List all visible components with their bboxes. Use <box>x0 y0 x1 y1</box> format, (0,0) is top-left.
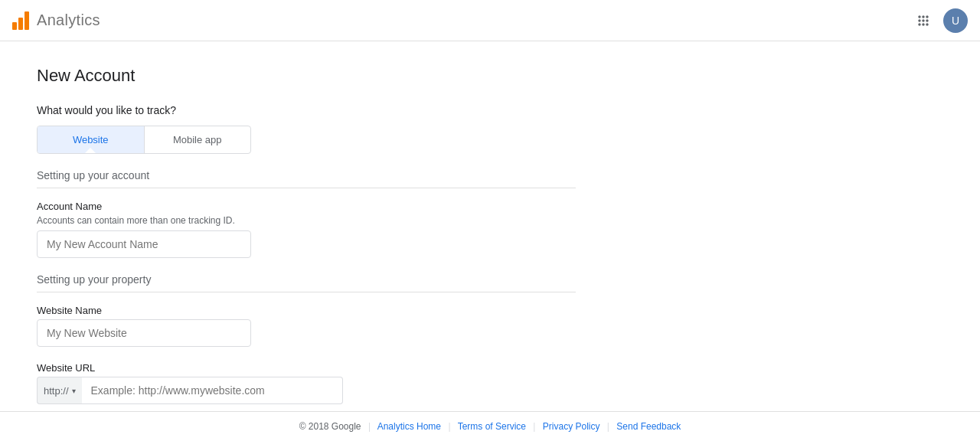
page-footer: © 2018 Google | Analytics Home | Terms o… <box>0 411 980 441</box>
analytics-logo <box>12 11 29 30</box>
website-url-label: Website URL <box>37 362 576 374</box>
tab-website[interactable]: Website <box>38 126 145 153</box>
url-prefix-arrow-icon: ▾ <box>72 387 76 395</box>
website-name-label: Website Name <box>37 305 576 316</box>
footer-link-terms-of-service[interactable]: Terms of Service <box>458 421 526 432</box>
url-prefix-button[interactable]: http:// ▾ <box>37 377 82 404</box>
tab-indicator <box>84 148 96 154</box>
account-section-header: Setting up your account <box>37 169 576 188</box>
logo-bar-1 <box>12 22 17 30</box>
website-name-input[interactable] <box>37 319 251 347</box>
account-name-hint: Accounts can contain more than one track… <box>37 215 576 226</box>
track-question: What would you like to track? <box>37 104 576 116</box>
property-section-header: Setting up your property <box>37 273 576 292</box>
header-right: U <box>910 7 968 34</box>
website-url-group: Website URL http:// ▾ <box>37 362 576 404</box>
logo-bar-2 <box>18 18 23 30</box>
apps-button[interactable] <box>910 7 937 34</box>
logo-bar-3 <box>24 11 29 30</box>
footer-link-send-feedback[interactable]: Send Feedback <box>616 421 681 432</box>
footer-link-analytics-home[interactable]: Analytics Home <box>377 421 441 432</box>
footer-copyright: © 2018 Google <box>299 421 361 432</box>
website-name-group: Website Name <box>37 305 576 347</box>
url-field-container: http:// ▾ <box>37 377 343 404</box>
footer-link-privacy-policy[interactable]: Privacy Policy <box>543 421 600 432</box>
app-header: Analytics U <box>0 0 980 41</box>
track-section: What would you like to track? Website Mo… <box>37 104 576 154</box>
url-prefix-text: http:// <box>44 385 69 397</box>
account-name-label: Account Name <box>37 201 576 212</box>
apps-icon <box>916 13 931 28</box>
user-avatar-button[interactable]: U <box>943 8 968 33</box>
avatar-initials: U <box>952 15 959 27</box>
page-title: New Account <box>37 66 576 86</box>
account-name-input[interactable] <box>37 230 251 258</box>
header-left: Analytics <box>12 11 100 30</box>
track-tabs: Website Mobile app <box>37 126 251 154</box>
account-name-group: Account Name Accounts can contain more t… <box>37 201 576 258</box>
tab-mobile-app[interactable]: Mobile app <box>145 126 251 153</box>
website-url-input[interactable] <box>82 377 343 404</box>
main-content: New Account What would you like to track… <box>0 41 612 441</box>
app-title: Analytics <box>37 11 100 29</box>
